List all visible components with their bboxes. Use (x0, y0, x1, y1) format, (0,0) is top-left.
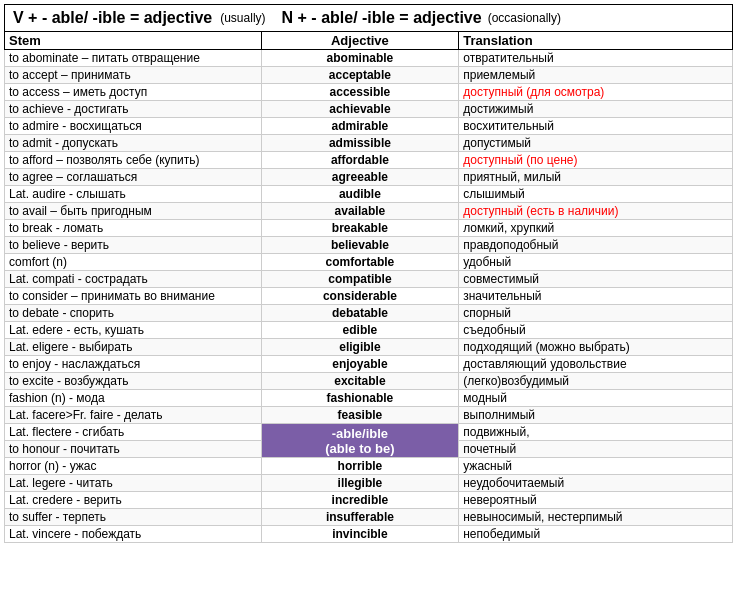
table-row: to abominate – питать отвращениеabominab… (5, 50, 733, 67)
table-row: fashion (n) - модаfashionableмодный (5, 390, 733, 407)
cell-translation: приятный, милый (459, 169, 733, 186)
table-row: to afford – позволять себе (купить)affor… (5, 152, 733, 169)
table-row: to debate - споритьdebatableспорный (5, 305, 733, 322)
cell-adjective: illegible (261, 475, 459, 492)
cell-translation: неудобочитаемый (459, 475, 733, 492)
table-row: Lat. vincere - побеждатьinvincibleнепобе… (5, 526, 733, 543)
cell-adjective: considerable (261, 288, 459, 305)
col-header-stem: Stem (5, 32, 262, 50)
table-row: to avail – быть пригоднымavailableдоступ… (5, 203, 733, 220)
cell-translation: восхитительный (459, 118, 733, 135)
cell-translation: подходящий (можно выбрать) (459, 339, 733, 356)
cell-adjective: compatible (261, 271, 459, 288)
cell-translation: подвижный, (459, 424, 733, 441)
cell-stem: Lat. eligere - выбирать (5, 339, 262, 356)
cell-adjective: debatable (261, 305, 459, 322)
cell-stem: Lat. credere - верить (5, 492, 262, 509)
cell-stem: horror (n) - ужас (5, 458, 262, 475)
table-row: comfort (n)comfortableудобный (5, 254, 733, 271)
cell-adjective: comfortable (261, 254, 459, 271)
cell-adjective: excitable (261, 373, 459, 390)
cell-translation: доставляющий удовольствие (459, 356, 733, 373)
cell-adjective: incredible (261, 492, 459, 509)
cell-adjective: edible (261, 322, 459, 339)
table-row: Lat. flectere - сгибать-able/ible(able t… (5, 424, 733, 441)
cell-stem: to enjoy - наслаждаться (5, 356, 262, 373)
cell-adjective: affordable (261, 152, 459, 169)
cell-stem: comfort (n) (5, 254, 262, 271)
cell-adjective: breakable (261, 220, 459, 237)
table-row: horror (n) - ужасhorribleужасный (5, 458, 733, 475)
page: V + - able/ -ible = adjective (usually) … (0, 0, 737, 547)
cell-translation: допустимый (459, 135, 733, 152)
table-row: Lat. legere - читатьillegibleнеудобочита… (5, 475, 733, 492)
cell-adjective-highlight: -able/ible(able to be) (261, 424, 459, 458)
table-row: to achieve - достигатьachievableдостижим… (5, 101, 733, 118)
cell-adjective: enjoyable (261, 356, 459, 373)
table-row: Lat. edere - есть, кушатьedibleсъедобный (5, 322, 733, 339)
cell-translation: ломкий, хрупкий (459, 220, 733, 237)
main-table: Stem Adjective Translation to abominate … (4, 31, 733, 543)
cell-adjective: invincible (261, 526, 459, 543)
cell-stem: to agree – соглашаться (5, 169, 262, 186)
cell-translation: достижимый (459, 101, 733, 118)
cell-translation: приемлемый (459, 67, 733, 84)
table-row: Lat. eligere - выбиратьeligibleподходящи… (5, 339, 733, 356)
cell-translation: удобный (459, 254, 733, 271)
table-row: Lat. credere - веритьincredibleневероятн… (5, 492, 733, 509)
table-row: to agree – соглашатьсяagreeableприятный,… (5, 169, 733, 186)
cell-translation: непобедимый (459, 526, 733, 543)
col-header-translation: Translation (459, 32, 733, 50)
cell-adjective: admirable (261, 118, 459, 135)
cell-adjective: acceptable (261, 67, 459, 84)
table-row: to excite - возбуждатьexcitable(легко)во… (5, 373, 733, 390)
cell-stem: to achieve - достигать (5, 101, 262, 118)
cell-stem: to admire - восхищаться (5, 118, 262, 135)
table-row: to access – иметь доступaccessibleдоступ… (5, 84, 733, 101)
cell-adjective: accessible (261, 84, 459, 101)
cell-stem: Lat. edere - есть, кушать (5, 322, 262, 339)
table-row: to believe - веритьbelievableправдоподоб… (5, 237, 733, 254)
cell-translation: доступный (для осмотра) (459, 84, 733, 101)
table-row: Lat. facere>Fr. faire - делатьfeasibleвы… (5, 407, 733, 424)
cell-translation: выполнимый (459, 407, 733, 424)
cell-stem: to break - ломать (5, 220, 262, 237)
table-row: to consider – принимать во вниманиеconsi… (5, 288, 733, 305)
cell-stem: to afford – позволять себе (купить) (5, 152, 262, 169)
cell-stem: fashion (n) - мода (5, 390, 262, 407)
header-note-left: (usually) (220, 11, 265, 25)
cell-stem: to debate - спорить (5, 305, 262, 322)
table-row: to admit - допускатьadmissibleдопустимый (5, 135, 733, 152)
header: V + - able/ -ible = adjective (usually) … (4, 4, 733, 31)
table-header-row: Stem Adjective Translation (5, 32, 733, 50)
cell-translation: невыносимый, нестерпимый (459, 509, 733, 526)
cell-stem: to accept – принимать (5, 67, 262, 84)
cell-translation: значительный (459, 288, 733, 305)
table-row: to accept – приниматьacceptableприемлемы… (5, 67, 733, 84)
cell-translation: совместимый (459, 271, 733, 288)
table-row: to suffer - терпетьinsufferableневыносим… (5, 509, 733, 526)
table-row: Lat. audire - слышатьaudibleслышимый (5, 186, 733, 203)
table-row: Lat. compati - сострадатьcompatibleсовме… (5, 271, 733, 288)
cell-stem: to access – иметь доступ (5, 84, 262, 101)
table-row: to break - ломатьbreakableломкий, хрупки… (5, 220, 733, 237)
cell-translation: спорный (459, 305, 733, 322)
cell-adjective: fashionable (261, 390, 459, 407)
cell-stem: to consider – принимать во внимание (5, 288, 262, 305)
cell-translation: правдоподобный (459, 237, 733, 254)
cell-adjective: agreeable (261, 169, 459, 186)
table-row: to admire - восхищатьсяadmirableвосхитит… (5, 118, 733, 135)
cell-adjective: achievable (261, 101, 459, 118)
cell-translation: почетный (459, 441, 733, 458)
cell-adjective: admissible (261, 135, 459, 152)
cell-stem: Lat. audire - слышать (5, 186, 262, 203)
cell-adjective: abominable (261, 50, 459, 67)
cell-stem: Lat. facere>Fr. faire - делать (5, 407, 262, 424)
cell-translation: отвратительный (459, 50, 733, 67)
cell-adjective: feasible (261, 407, 459, 424)
cell-adjective: believable (261, 237, 459, 254)
header-note-right: (occasionally) (488, 11, 561, 25)
cell-stem: Lat. vincere - побеждать (5, 526, 262, 543)
cell-stem: to honour - почитать (5, 441, 262, 458)
cell-adjective: audible (261, 186, 459, 203)
